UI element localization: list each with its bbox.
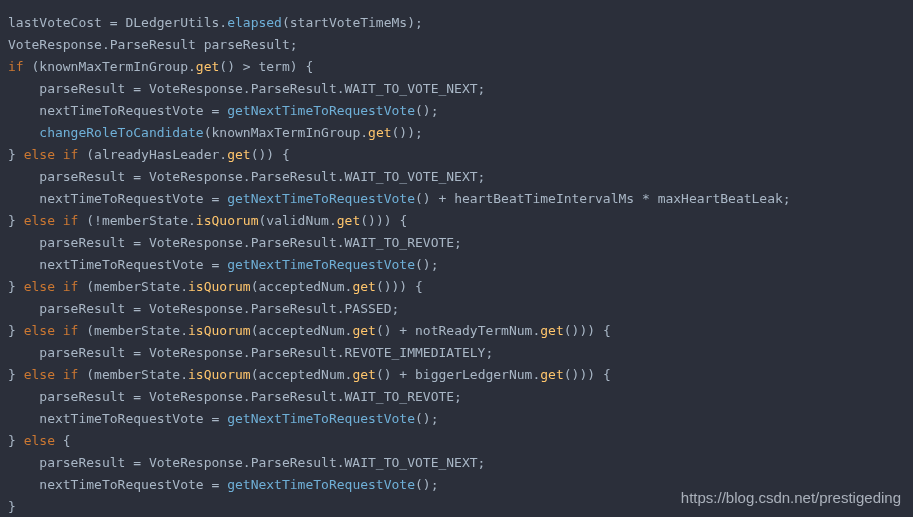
- code-text: parseResult = VoteResponse.ParseResult.R…: [8, 345, 493, 360]
- code-text: () + notReadyTermNum.: [376, 323, 540, 338]
- code-line: parseResult = VoteResponse.ParseResult.P…: [8, 298, 905, 320]
- method-call: get: [196, 59, 219, 74]
- code-line: nextTimeToRequestVote = getNextTimeToReq…: [8, 188, 905, 210]
- code-text: }: [8, 279, 24, 294]
- code-line: nextTimeToRequestVote = getNextTimeToReq…: [8, 254, 905, 276]
- code-text: (knownMaxTermInGroup.: [204, 125, 368, 140]
- code-text: () + biggerLedgerNum.: [376, 367, 540, 382]
- code-text: }: [8, 433, 24, 448]
- code-line: nextTimeToRequestVote = getNextTimeToReq…: [8, 100, 905, 122]
- method-call: elapsed: [227, 15, 282, 30]
- method-call: get: [540, 323, 563, 338]
- code-block: lastVoteCost = DLedgerUtils.elapsed(star…: [8, 12, 905, 517]
- keyword: else if: [24, 213, 79, 228]
- code-text: parseResult = VoteResponse.ParseResult.W…: [8, 81, 485, 96]
- method-call: get: [337, 213, 360, 228]
- code-text: ())) {: [376, 279, 423, 294]
- code-text: {: [55, 433, 71, 448]
- watermark-text: https://blog.csdn.net/prestigeding: [681, 487, 901, 509]
- code-line: parseResult = VoteResponse.ParseResult.W…: [8, 232, 905, 254]
- code-text: parseResult = VoteResponse.ParseResult.P…: [8, 301, 399, 316]
- code-text: ();: [415, 411, 438, 426]
- code-text: parseResult = VoteResponse.ParseResult.W…: [8, 169, 485, 184]
- code-line: } else if (memberState.isQuorum(accepted…: [8, 276, 905, 298]
- code-text: ();: [415, 257, 438, 272]
- code-text: (startVoteTimeMs);: [282, 15, 423, 30]
- code-line: parseResult = VoteResponse.ParseResult.W…: [8, 386, 905, 408]
- code-line: VoteResponse.ParseResult parseResult;: [8, 34, 905, 56]
- method-call: getNextTimeToRequestVote: [227, 191, 415, 206]
- code-line: parseResult = VoteResponse.ParseResult.W…: [8, 166, 905, 188]
- code-text: }: [8, 323, 24, 338]
- code-line: } else {: [8, 430, 905, 452]
- code-text: nextTimeToRequestVote =: [8, 191, 227, 206]
- code-text: (validNum.: [258, 213, 336, 228]
- code-line: parseResult = VoteResponse.ParseResult.W…: [8, 78, 905, 100]
- code-line: } else if (alreadyHasLeader.get()) {: [8, 144, 905, 166]
- code-text: ())) {: [564, 323, 611, 338]
- code-text: (acceptedNum.: [251, 279, 353, 294]
- code-text: [8, 125, 39, 140]
- keyword: else if: [24, 323, 79, 338]
- method-call: get: [368, 125, 391, 140]
- method-call: getNextTimeToRequestVote: [227, 103, 415, 118]
- code-text: nextTimeToRequestVote =: [8, 257, 227, 272]
- method-call: get: [352, 279, 375, 294]
- code-text: ())) {: [564, 367, 611, 382]
- method-call: get: [352, 367, 375, 382]
- code-text: (alreadyHasLeader.: [78, 147, 227, 162]
- method-call: isQuorum: [196, 213, 259, 228]
- code-text: lastVoteCost = DLedgerUtils.: [8, 15, 227, 30]
- keyword: else: [24, 433, 55, 448]
- method-call: isQuorum: [188, 367, 251, 382]
- code-text: () + heartBeatTimeIntervalMs * maxHeartB…: [415, 191, 791, 206]
- method-call: isQuorum: [188, 279, 251, 294]
- code-line: parseResult = VoteResponse.ParseResult.R…: [8, 342, 905, 364]
- method-call: isQuorum: [188, 323, 251, 338]
- code-text: nextTimeToRequestVote =: [8, 477, 227, 492]
- method-call: get: [352, 323, 375, 338]
- code-text: parseResult = VoteResponse.ParseResult.W…: [8, 389, 462, 404]
- code-text: (!memberState.: [78, 213, 195, 228]
- code-text: (knownMaxTermInGroup.: [24, 59, 196, 74]
- method-call: get: [540, 367, 563, 382]
- code-text: (memberState.: [78, 279, 188, 294]
- method-call: get: [227, 147, 250, 162]
- code-text: parseResult = VoteResponse.ParseResult.W…: [8, 455, 485, 470]
- code-text: ();: [415, 477, 438, 492]
- method-call: getNextTimeToRequestVote: [227, 411, 415, 426]
- code-text: (acceptedNum.: [251, 367, 353, 382]
- code-line: } else if (memberState.isQuorum(accepted…: [8, 320, 905, 342]
- code-text: }: [8, 147, 24, 162]
- code-text: ())) {: [360, 213, 407, 228]
- code-line: parseResult = VoteResponse.ParseResult.W…: [8, 452, 905, 474]
- code-line: if (knownMaxTermInGroup.get() > term) {: [8, 56, 905, 78]
- keyword: else if: [24, 367, 79, 382]
- method-call: getNextTimeToRequestVote: [227, 477, 415, 492]
- code-text: ();: [415, 103, 438, 118]
- code-line: } else if (!memberState.isQuorum(validNu…: [8, 210, 905, 232]
- code-text: ());: [392, 125, 423, 140]
- code-line: lastVoteCost = DLedgerUtils.elapsed(star…: [8, 12, 905, 34]
- code-text: (memberState.: [78, 367, 188, 382]
- code-line: } else if (memberState.isQuorum(accepted…: [8, 364, 905, 386]
- method-call: changeRoleToCandidate: [39, 125, 203, 140]
- code-text: VoteResponse.ParseResult parseResult;: [8, 37, 298, 52]
- method-call: getNextTimeToRequestVote: [227, 257, 415, 272]
- code-text: }: [8, 499, 16, 514]
- code-line: nextTimeToRequestVote = getNextTimeToReq…: [8, 408, 905, 430]
- code-line: changeRoleToCandidate(knownMaxTermInGrou…: [8, 122, 905, 144]
- code-text: (acceptedNum.: [251, 323, 353, 338]
- code-text: }: [8, 213, 24, 228]
- keyword: else if: [24, 279, 79, 294]
- code-text: () > term) {: [219, 59, 313, 74]
- code-text: nextTimeToRequestVote =: [8, 103, 227, 118]
- code-text: parseResult = VoteResponse.ParseResult.W…: [8, 235, 462, 250]
- keyword: else if: [24, 147, 79, 162]
- code-text: nextTimeToRequestVote =: [8, 411, 227, 426]
- keyword: if: [8, 59, 24, 74]
- code-text: }: [8, 367, 24, 382]
- code-text: ()) {: [251, 147, 290, 162]
- code-text: (memberState.: [78, 323, 188, 338]
